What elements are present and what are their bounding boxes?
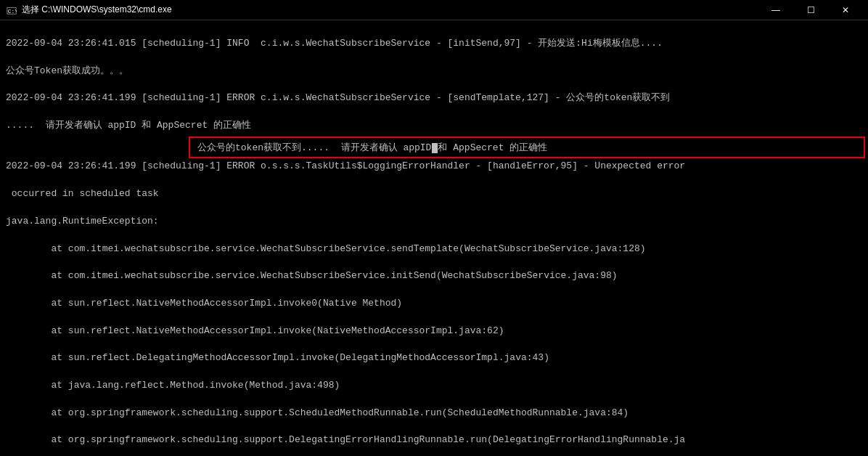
- log-line-6: 2022-09-04 23:26:41.199 [scheduling-1] E…: [6, 160, 862, 174]
- console-output: 2022-09-04 23:26:41.015 [scheduling-1] I…: [6, 23, 862, 456]
- title-bar: C:\ 选择 C:\WINDOWS\system32\cmd.exe — ☐ ✕: [0, 0, 868, 20]
- log-line-12: at sun.reflect.NativeMethodAccessorImpl.…: [6, 325, 862, 338]
- log-line-1: 2022-09-04 23:26:41.015 [scheduling-1] I…: [6, 37, 862, 51]
- log-line-3: 2022-09-04 23:26:41.199 [scheduling-1] E…: [6, 91, 862, 105]
- minimize-button[interactable]: —: [759, 0, 793, 20]
- window-controls: — ☐ ✕: [759, 0, 862, 20]
- log-line-11: at sun.reflect.NativeMethodAccessorImpl.…: [6, 297, 862, 311]
- svg-text:C:\: C:\: [8, 8, 17, 15]
- console-area[interactable]: 2022-09-04 23:26:41.015 [scheduling-1] I…: [0, 20, 868, 456]
- log-line-10: at com.itmei.wechatsubscribe.service.Wec…: [6, 269, 862, 283]
- log-line-15: at org.springframework.scheduling.suppor…: [6, 407, 862, 420]
- restore-button[interactable]: ☐: [794, 0, 827, 20]
- cmd-window: C:\ 选择 C:\WINDOWS\system32\cmd.exe — ☐ ✕…: [0, 0, 868, 456]
- log-line-4: ..... 请开发者确认 appID 和 AppSecret 的正确性: [6, 119, 862, 133]
- cmd-icon: C:\: [6, 4, 17, 16]
- text-cursor: [432, 143, 438, 153]
- log-line-13: at sun.reflect.DelegatingMethodAccessorI…: [6, 351, 862, 365]
- log-line-2: 公众号Token获取成功。。。: [6, 65, 862, 78]
- log-line-14: at java.lang.reflect.Method.invoke(Metho…: [6, 379, 862, 393]
- log-line-7: occurred in scheduled task: [6, 187, 862, 201]
- close-button[interactable]: ✕: [829, 0, 862, 20]
- log-line-8: java.lang.RuntimeException:: [6, 215, 862, 229]
- log-line-16: at org.springframework.scheduling.suppor…: [6, 433, 862, 447]
- log-line-9: at com.itmei.wechatsubscribe.service.Wec…: [6, 243, 862, 256]
- highlight-error-box: 公众号的token获取不到..... 请开发者确认 appID和 AppSecr…: [189, 137, 865, 158]
- window-title: 选择 C:\WINDOWS\system32\cmd.exe: [22, 4, 759, 16]
